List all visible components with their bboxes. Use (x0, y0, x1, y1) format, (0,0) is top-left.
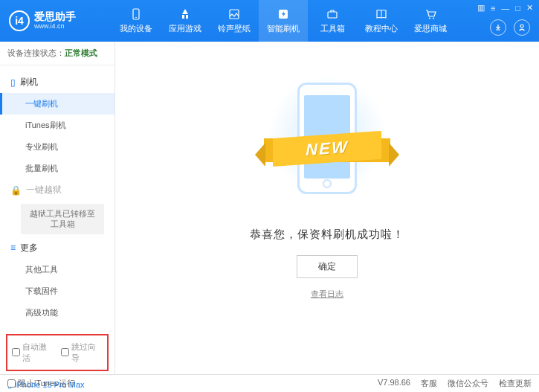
svg-point-7 (433, 18, 434, 19)
checkbox-block-itunes[interactable]: 阻止iTunes运行 (7, 378, 75, 389)
main-panel: NEW 恭喜您，保资料刷机成功啦！ 确定 查看日志 (115, 42, 539, 374)
user-button[interactable] (514, 19, 530, 36)
minimize-icon[interactable]: — (501, 4, 509, 13)
nav-tutorials[interactable]: 教程中心 (357, 0, 406, 42)
sidebar-item-advanced[interactable]: 高级功能 (0, 302, 114, 324)
cart-icon (424, 7, 437, 21)
sidebar-head-flash[interactable]: ▯刷机 (0, 71, 114, 93)
sidebar-jailbreak-note: 越狱工具已转移至工具箱 (21, 204, 104, 234)
nav-my-device[interactable]: 我的设备 (112, 0, 161, 42)
sidebar-item-download-firmware[interactable]: 下载固件 (0, 280, 114, 302)
maximize-icon[interactable]: □ (515, 4, 520, 13)
success-illustration: NEW (260, 71, 394, 213)
footer-link-update[interactable]: 检查更新 (499, 378, 532, 389)
sidebar-item-oneclick-flash[interactable]: 一键刷机 (0, 93, 114, 115)
svg-point-6 (429, 18, 430, 19)
version-label: V7.98.66 (378, 378, 410, 389)
checkbox-auto-activate[interactable]: 自动激活 (12, 341, 54, 364)
flash-icon (277, 7, 290, 21)
wallpaper-icon (227, 7, 241, 21)
svg-rect-4 (328, 12, 337, 18)
options-highlight-box: 自动激活 跳过向导 (6, 334, 109, 371)
svg-point-8 (520, 25, 523, 28)
apps-icon (178, 7, 192, 21)
download-button[interactable] (490, 19, 506, 36)
ok-button[interactable]: 确定 (297, 255, 358, 278)
window-controls: ▥ ≡ — □ ✕ (477, 3, 533, 13)
app-header: i4 爱思助手 www.i4.cn 我的设备 应用游戏 铃声壁纸 智能刷机 工具… (0, 0, 539, 42)
book-icon (375, 7, 388, 21)
more-icon: ≡ (10, 242, 16, 253)
sidebar-item-pro-flash[interactable]: 专业刷机 (0, 136, 114, 158)
lock-icon: 🔒 (10, 185, 22, 196)
logo: i4 爱思助手 www.i4.cn (0, 10, 112, 31)
sidebar: 设备连接状态：正常模式 ▯刷机 一键刷机 iTunes刷机 专业刷机 批量刷机 … (0, 42, 115, 374)
sidebar-head-more[interactable]: ≡更多 (0, 237, 114, 259)
nav-apps[interactable]: 应用游戏 (161, 0, 210, 42)
options-icon[interactable]: ≡ (491, 4, 495, 13)
logo-title: 爱思助手 (34, 11, 76, 22)
device-icon (129, 7, 143, 21)
footer-link-wechat[interactable]: 微信公众号 (448, 378, 488, 389)
nav-smart-flash[interactable]: 智能刷机 (259, 0, 308, 42)
connection-status: 设备连接状态：正常模式 (0, 42, 114, 65)
logo-icon: i4 (9, 10, 30, 31)
phone-icon: ▯ (10, 77, 16, 88)
success-message: 恭喜您，保资料刷机成功啦！ (250, 228, 404, 242)
sidebar-head-jailbreak: 🔒一键越狱 (0, 179, 114, 201)
menu-icon[interactable]: ▥ (477, 3, 485, 13)
nav-ringtones[interactable]: 铃声壁纸 (210, 0, 259, 42)
sidebar-item-batch-flash[interactable]: 批量刷机 (0, 158, 114, 179)
svg-point-1 (135, 17, 137, 19)
nav-toolbox[interactable]: 工具箱 (308, 0, 357, 42)
sidebar-item-itunes-flash[interactable]: iTunes刷机 (0, 115, 114, 136)
view-log-link[interactable]: 查看日志 (311, 289, 343, 300)
logo-url: www.i4.cn (34, 23, 76, 30)
nav-store[interactable]: 爱思商城 (406, 0, 455, 42)
close-icon[interactable]: ✕ (526, 3, 533, 13)
checkbox-skip-guide[interactable]: 跳过向导 (61, 341, 103, 364)
footer-link-support[interactable]: 客服 (421, 378, 437, 389)
sidebar-item-other-tools[interactable]: 其他工具 (0, 259, 114, 280)
top-nav: 我的设备 应用游戏 铃声壁纸 智能刷机 工具箱 教程中心 爱思商城 (112, 0, 455, 42)
toolbox-icon (326, 7, 339, 21)
